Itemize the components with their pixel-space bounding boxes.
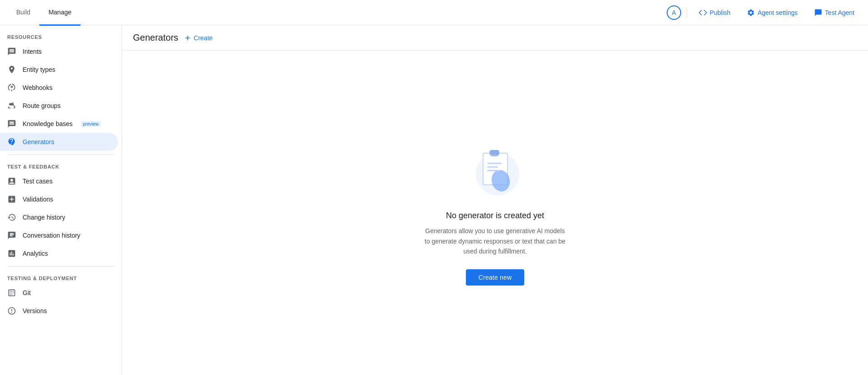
sidebar-item-convo-history-label: Conversation history xyxy=(23,232,81,239)
sidebar-item-generators-label: Generators xyxy=(23,138,54,145)
sidebar-item-test-cases[interactable]: Test cases xyxy=(0,172,122,190)
avatar[interactable]: A xyxy=(667,5,681,20)
plus-icon xyxy=(184,34,192,42)
empty-state-description: Generators allow you to use generative A… xyxy=(423,226,568,256)
tab-manage[interactable]: Manage xyxy=(39,0,81,26)
page-header: Generators Create xyxy=(122,25,868,51)
sidebar-item-test-cases-label: Test cases xyxy=(23,178,52,185)
svg-rect-6 xyxy=(487,163,502,164)
testcases-icon xyxy=(7,177,16,186)
empty-state-title: No generator is created yet xyxy=(446,211,544,220)
divider-2 xyxy=(7,266,114,267)
sidebar-item-git[interactable]: Git xyxy=(0,284,122,302)
sidebar-item-analytics[interactable]: Analytics xyxy=(0,244,122,262)
sidebar-item-validations-label: Validations xyxy=(23,196,53,203)
convo-icon xyxy=(7,231,16,240)
sidebar: RESOURCES Intents Entity types Webhooks xyxy=(0,25,122,375)
tab-build[interactable]: Build xyxy=(7,0,39,26)
sidebar-item-git-label: Git xyxy=(23,289,31,296)
intents-icon xyxy=(7,47,16,56)
nav-tabs: Build Manage xyxy=(7,0,81,25)
preview-badge: preview xyxy=(81,121,101,127)
sidebar-item-route-groups[interactable]: Route groups xyxy=(0,97,122,115)
nav-right: A Publish Agent settings Test Agent xyxy=(667,5,861,20)
resources-section-label: RESOURCES xyxy=(0,29,122,42)
clipboard-illustration xyxy=(468,140,522,199)
svg-rect-7 xyxy=(487,166,498,168)
sidebar-item-webhooks-label: Webhooks xyxy=(23,84,52,91)
code-icon xyxy=(699,9,707,17)
svg-rect-8 xyxy=(487,170,500,171)
sidebar-item-entity-types[interactable]: Entity types xyxy=(0,61,122,79)
empty-state-illustration xyxy=(468,140,522,200)
sidebar-item-change-history-label: Change history xyxy=(23,214,65,221)
generators-icon xyxy=(7,137,16,146)
publish-button[interactable]: Publish xyxy=(693,6,737,19)
page-title: Generators xyxy=(133,33,178,43)
test-feedback-section-label: TEST & FEEDBACK xyxy=(0,159,122,172)
analytics-icon xyxy=(7,249,16,258)
sidebar-item-conversation-history[interactable]: Conversation history xyxy=(0,226,122,244)
nav-separator xyxy=(687,7,687,18)
agent-settings-button[interactable]: Agent settings xyxy=(740,6,804,19)
content-area: Generators Create xyxy=(122,25,868,375)
versions-icon xyxy=(7,306,16,315)
create-new-button[interactable]: Create new xyxy=(466,269,525,286)
sidebar-item-route-groups-label: Route groups xyxy=(23,102,61,109)
main-layout: RESOURCES Intents Entity types Webhooks xyxy=(0,25,868,375)
route-icon xyxy=(7,101,16,110)
sidebar-item-entity-types-label: Entity types xyxy=(23,66,55,73)
git-icon xyxy=(7,288,16,297)
webhook-icon xyxy=(7,83,16,92)
sidebar-item-validations[interactable]: Validations xyxy=(0,190,122,208)
sidebar-item-versions-label: Versions xyxy=(23,307,47,314)
sidebar-item-intents[interactable]: Intents xyxy=(0,42,122,61)
sidebar-item-knowledge-bases[interactable]: Knowledge bases preview xyxy=(0,115,122,133)
sidebar-item-webhooks[interactable]: Webhooks xyxy=(0,79,122,97)
entity-icon xyxy=(7,65,16,74)
test-agent-button[interactable]: Test Agent xyxy=(808,6,861,19)
chat-icon xyxy=(814,9,822,17)
sidebar-item-generators[interactable]: Generators xyxy=(0,133,118,151)
divider-1 xyxy=(7,155,114,155)
create-link-label: Create xyxy=(194,34,213,42)
testing-deployment-section-label: TESTING & DEPLOYMENT xyxy=(0,270,122,284)
kb-icon xyxy=(7,119,16,128)
sidebar-item-versions[interactable]: Versions xyxy=(0,302,122,320)
sidebar-item-change-history[interactable]: Change history xyxy=(0,208,122,226)
history-icon xyxy=(7,213,16,222)
top-nav: Build Manage A Publish Agent settings Te… xyxy=(0,0,868,25)
sidebar-item-analytics-label: Analytics xyxy=(23,250,48,257)
svg-rect-4 xyxy=(489,150,499,155)
empty-state: No generator is created yet Generators a… xyxy=(122,51,868,375)
sidebar-item-intents-label: Intents xyxy=(23,48,42,55)
validations-icon xyxy=(7,195,16,204)
sidebar-item-kb-label: Knowledge bases xyxy=(23,120,73,127)
settings-icon xyxy=(747,9,755,17)
create-link[interactable]: Create xyxy=(184,34,213,42)
